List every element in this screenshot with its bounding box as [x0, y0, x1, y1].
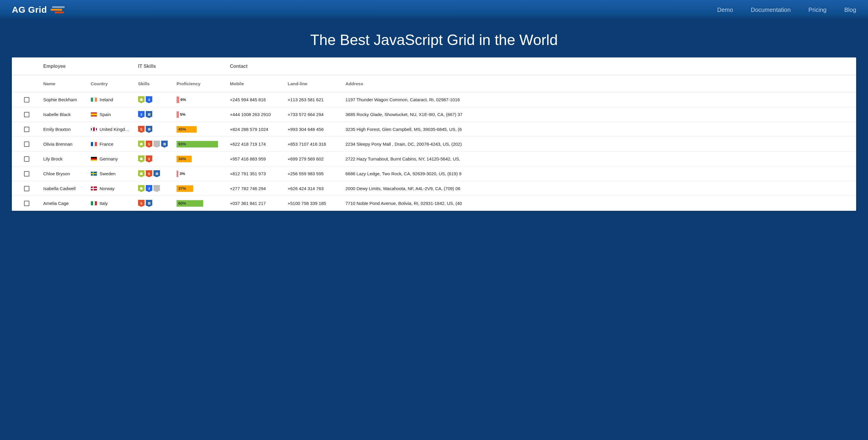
css-icon: 3 — [146, 185, 152, 192]
cell-address: 3685 Rocky Glade, Showtucket, NU, X1E-9I… — [344, 107, 856, 122]
cell-landline: +626 424 314 763 — [286, 181, 344, 196]
row-checkbox[interactable] — [24, 97, 29, 102]
cell-name: Amelia Cage — [41, 196, 89, 211]
cell-skills: ☗5⊞ — [136, 166, 175, 181]
android-icon: ☗ — [138, 155, 145, 162]
cell-mobile: +824 288 579 1024 — [228, 122, 286, 136]
logo-mark-icon — [51, 6, 65, 13]
windows-icon: ⊞ — [161, 140, 168, 148]
country-flag-icon — [91, 142, 97, 146]
table-row[interactable]: Sophie Beckham Ireland ☗3 6% +245 994 84… — [12, 92, 856, 107]
cell-country: Sweden — [89, 166, 136, 181]
cell-name: Emily Braxton — [41, 122, 89, 136]
cell-country: Germany — [89, 152, 136, 166]
table-row[interactable]: Olivia Brennan France ☗5⊞ 93% +622 418 7… — [12, 137, 856, 152]
column-group-it-skills[interactable]: IT Skills — [136, 58, 175, 75]
column-header-name[interactable]: Name — [41, 75, 89, 92]
cell-skills: ☗5 — [136, 152, 175, 166]
cell-mobile: +812 791 351 973 — [228, 166, 286, 181]
cell-skills: ☗3 — [136, 181, 175, 196]
html5-icon: 5 — [146, 140, 152, 148]
cell-address: 2234 Sleepy Pony Mall , Drain, DC, 20078… — [344, 137, 856, 151]
cell-proficiency: 5% — [175, 107, 228, 122]
cell-proficiency: 60% — [175, 196, 228, 211]
column-group-contact[interactable]: Contact — [228, 58, 286, 75]
cell-address: 7710 Noble Pond Avenue, Bolivia, RI, 029… — [344, 196, 856, 211]
row-checkbox[interactable] — [24, 156, 29, 162]
hero-title: The Best JavaScript Grid in the World — [6, 31, 862, 49]
android-icon: ☗ — [138, 170, 145, 177]
cell-name: Isabelle Black — [41, 107, 89, 122]
cell-proficiency: 3% — [175, 166, 228, 181]
cell-proficiency: 34% — [175, 152, 228, 166]
mac-icon — [153, 185, 160, 192]
logo[interactable]: AG Grid — [12, 5, 65, 15]
cell-mobile: +277 782 746 294 — [228, 181, 286, 196]
cell-proficiency: 93% — [175, 137, 228, 151]
logo-text: AG Grid — [12, 5, 47, 15]
html5-icon: 5 — [146, 170, 152, 177]
country-flag-icon — [91, 127, 97, 131]
proficiency-value: 60 — [178, 201, 183, 206]
column-header-row: Name Country Skills Proficiency Mobile L… — [12, 75, 856, 92]
column-header-country[interactable]: Country — [89, 75, 136, 92]
cell-country: Spain — [89, 107, 136, 122]
cell-address: 2722 Hazy Turnabout, Burnt Cabins, NY, 1… — [344, 152, 856, 166]
cell-proficiency: 6% — [175, 92, 228, 107]
cell-mobile: +037 361 841 217 — [228, 196, 286, 211]
cell-address: 2000 Dewy Limits, Wacahoota, NF, A4L-2V9… — [344, 181, 856, 196]
column-group-employee[interactable]: Employee — [41, 58, 89, 75]
table-row[interactable]: Isabelle Black Spain 3⊞ 5% +444 1008 263… — [12, 107, 856, 122]
row-checkbox[interactable] — [24, 201, 29, 206]
cell-skills: ☗3 — [136, 92, 175, 107]
data-grid[interactable]: Employee IT Skills Contact Name Country … — [12, 58, 856, 211]
nav-link-blog[interactable]: Blog — [844, 6, 856, 13]
column-header-address[interactable]: Address — [344, 75, 856, 92]
cell-address: 6686 Lazy Ledge, Two Rock, CA, 92639-302… — [344, 166, 856, 181]
nav-link-demo[interactable]: Demo — [717, 6, 733, 13]
cell-skills: 5⊞ — [136, 122, 175, 136]
topbar: AG Grid Demo Documentation Pricing Blog — [0, 0, 868, 20]
proficiency-value: 5 — [180, 112, 182, 117]
row-checkbox[interactable] — [24, 186, 29, 191]
hero: The Best JavaScript Grid in the World — [0, 20, 868, 58]
nav-link-documentation[interactable]: Documentation — [751, 6, 791, 13]
windows-icon: ⊞ — [146, 126, 152, 133]
proficiency-value: 3 — [180, 171, 182, 176]
css-icon: 3 — [138, 111, 145, 118]
html5-icon: 5 — [138, 200, 145, 207]
cell-name: Isabella Cadwell — [41, 181, 89, 196]
proficiency-value: 37 — [178, 186, 183, 191]
css-icon: 3 — [146, 96, 152, 103]
cell-country: Norway — [89, 181, 136, 196]
cell-country: United Kingd… — [89, 122, 136, 136]
column-header-landline[interactable]: Land-line — [286, 75, 344, 92]
proficiency-value: 93 — [178, 142, 183, 146]
table-row[interactable]: Chloe Bryson Sweden ☗5⊞ 3% +812 791 351 … — [12, 166, 856, 181]
column-header-mobile[interactable]: Mobile — [228, 75, 286, 92]
nav-link-pricing[interactable]: Pricing — [808, 6, 827, 13]
table-row[interactable]: Emily Braxton United Kingd… 5⊞ 45% +824 … — [12, 122, 856, 137]
row-checkbox[interactable] — [24, 112, 29, 117]
country-flag-icon — [91, 201, 97, 206]
row-checkbox[interactable] — [24, 127, 29, 132]
column-header-proficiency[interactable]: Proficiency — [175, 75, 228, 92]
cell-skills: 5⊞ — [136, 196, 175, 211]
cell-mobile: +444 1008 263 2910 — [228, 107, 286, 122]
table-row[interactable]: Isabella Cadwell Norway ☗3 37% +277 782 … — [12, 181, 856, 196]
cell-landline: +113 263 581 621 — [286, 92, 344, 107]
html5-icon: 5 — [138, 126, 145, 133]
cell-landline: +853 7107 416 316 — [286, 137, 344, 151]
table-row[interactable]: Amelia Cage Italy 5⊞ 60% +037 361 841 21… — [12, 196, 856, 211]
cell-proficiency: 37% — [175, 181, 228, 196]
proficiency-value: 6 — [180, 97, 183, 102]
row-checkbox[interactable] — [24, 171, 29, 177]
cell-proficiency: 45% — [175, 122, 228, 136]
cell-country: France — [89, 137, 136, 151]
top-nav: Demo Documentation Pricing Blog — [717, 6, 856, 13]
cell-address: 1197 Thunder Wagon Common, Cataract, RI,… — [344, 92, 856, 107]
column-header-checkbox[interactable] — [12, 75, 41, 92]
table-row[interactable]: Lily Brock Germany ☗5 34% +957 416 883 9… — [12, 152, 856, 166]
row-checkbox[interactable] — [24, 142, 29, 147]
column-header-skills[interactable]: Skills — [136, 75, 175, 92]
